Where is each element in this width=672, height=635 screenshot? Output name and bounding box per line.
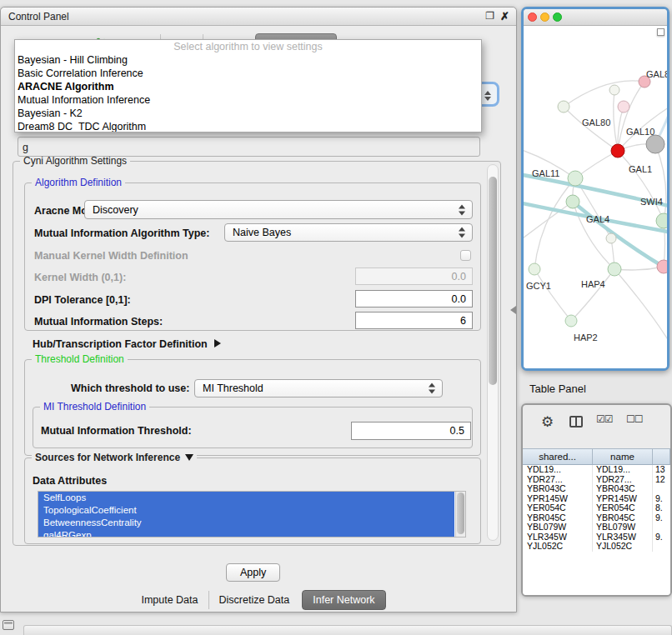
settings-scrollbar-track[interactable] [487,164,499,541]
collapsed-bottom-panel[interactable] [23,625,672,635]
table-panel-window: ⚙ ☑☑ ☐☐ shared... name YDL19...YDL19...1… [521,403,672,597]
algorithm-option[interactable]: Bayesian - K2 [15,107,481,120]
network-node[interactable] [529,263,540,275]
clear-all-checkboxes-icon[interactable]: ☐☐ [626,413,643,425]
hub-definition-toggle[interactable]: Hub/Transcription Factor Definition [33,338,221,350]
attribute-list-item[interactable]: TopologicalCoefficient [38,504,454,517]
dpi-tolerance-field[interactable]: 0.0 [355,290,473,308]
network-node[interactable] [568,171,583,186]
algorithm-option[interactable]: Dream8 DC_TDC Algorithm [15,120,481,132]
table-row[interactable]: YLR345WYLR345W9. [523,532,670,542]
network-node[interactable] [558,101,569,112]
network-edge [614,90,618,151]
network-edge [618,151,664,221]
network-edge [618,82,644,151]
close-window-icon[interactable]: ✗ [500,10,509,22]
algorithm-dropdown-list: Bayesian - Hill ClimbingBasic Correlatio… [15,53,481,132]
table-cell: YBR045C [523,513,593,523]
table-cell: YDL19... [523,465,593,475]
control-panel-titlebar[interactable]: Control Panel ❐ ✗ [1,8,516,26]
algorithm-option[interactable]: Mutual Information Inference [15,93,481,107]
sources-toggle[interactable]: Sources for Network Inference [32,452,197,463]
mi-algorithm-type-combobox[interactable]: Naive Bayes [224,223,473,242]
mi-steps-field[interactable]: 6 [355,312,473,329]
table-row[interactable]: YDL19...YDL19...13 [523,465,670,475]
field-value: 0.0 [452,293,466,305]
network-node[interactable] [608,262,621,276]
mi-steps-label: Mutual Information Steps: [34,316,163,328]
column-header-name[interactable]: name [593,449,653,464]
table-row[interactable]: YJL052CYJL052C [523,542,670,552]
mi-threshold-field[interactable]: 0.5 [351,422,471,440]
network-node[interactable] [657,260,667,273]
table-row[interactable]: YBL079WYBL079W [523,522,670,532]
network-node-label: HAP2 [574,332,598,342]
mi-algorithm-type-label: Mutual Information Algorithm Type: [34,228,209,239]
table-cell: YDR27... [523,475,593,485]
table-cell: YJL052C [523,542,593,552]
columns-icon[interactable] [569,416,583,428]
float-window-icon[interactable]: ❐ [485,10,494,22]
sources-title: Sources for Network Inference [35,452,180,463]
minimized-panel-icon[interactable] [3,620,14,630]
attribute-list-item[interactable]: BetweennessCentrality [38,517,454,529]
combobox-value: MI Threshold [203,382,263,394]
zoom-traffic-light-icon[interactable] [553,12,562,22]
apply-button[interactable]: Apply [226,563,280,582]
network-edge [564,81,644,107]
data-attributes-list[interactable]: SelfLoopsTopologicalCoefficientBetweenne… [38,491,466,538]
select-all-checkboxes-icon[interactable]: ☑☑ [596,413,613,425]
network-node[interactable] [656,213,667,228]
combobox-stepper-icon [459,228,465,238]
column-header-shared-name[interactable]: shared... [523,449,593,464]
which-threshold-combobox[interactable]: MI Threshold [194,379,443,398]
network-node-label: GAL80 [582,118,610,128]
network-node-label: GAL8 [646,69,667,79]
network-edge [655,144,666,221]
attribute-list-item[interactable]: gal4RGexp [38,529,454,538]
attributes-scrollbar-track[interactable] [455,492,465,537]
which-threshold-label: Which threshold to use: [71,382,189,394]
minimize-traffic-light-icon[interactable] [540,12,549,22]
network-view-window: GAL8GAL80GAL10GAL11GAL1SWI4GAL4GCY1HAP4H… [521,7,669,371]
table-row[interactable]: YDR27...YDR27...12 [523,475,670,485]
table-cell: YER054C [523,503,593,513]
algorithm-option[interactable]: Basic Correlation Inference [15,67,481,80]
splitter-collapse-arrow[interactable] [510,306,516,314]
network-node[interactable] [566,195,579,208]
attribute-list-item[interactable]: SelfLoops [38,492,454,504]
tab-infer-network[interactable]: Infer Network [302,590,385,610]
table-cell: 13 [653,465,670,475]
network-node[interactable] [646,135,664,153]
settings-scrollbar-thumb[interactable] [489,177,497,385]
network-node[interactable] [618,101,629,112]
aracne-mode-combobox[interactable]: Discovery [84,200,473,219]
table-row[interactable]: YPR145WYPR145W9. [523,494,670,504]
birdseye-toggle-icon[interactable] [657,28,664,36]
table-cell: YLR345W [523,532,593,542]
gear-icon[interactable]: ⚙ [541,413,554,431]
table-row[interactable]: YBR045CYBR045C9. [523,513,670,523]
network-node-label: GAL11 [532,168,559,178]
network-edge [534,269,571,321]
network-node[interactable] [609,85,619,95]
table-cell [653,522,670,532]
table-row[interactable]: YBR043CYBR043C [523,484,670,494]
table-row[interactable]: YER054CYER054C8. [523,503,670,513]
tab-impute-data[interactable]: Impute Data [131,591,208,609]
table-cell: 9. [653,532,670,542]
tab-discretize-data[interactable]: Discretize Data [208,591,300,609]
column-header-partial[interactable] [653,449,670,464]
network-window-titlebar[interactable] [524,9,667,26]
algorithm-option[interactable]: ARACNE Algorithm [15,80,481,93]
attributes-scrollbar-thumb[interactable] [457,492,464,534]
network-canvas[interactable]: GAL8GAL80GAL10GAL11GAL1SWI4GAL4GCY1HAP4H… [524,26,667,368]
network-node[interactable] [565,315,577,327]
algorithm-option[interactable]: Bayesian - Hill Climbing [15,53,481,67]
expand-down-icon [185,454,193,461]
close-traffic-light-icon[interactable] [528,12,537,22]
dropdown-placeholder[interactable]: Select algorithm to view settings [15,40,481,53]
network-node[interactable] [611,144,624,158]
network-node[interactable] [606,233,616,243]
network-edge [614,267,664,270]
